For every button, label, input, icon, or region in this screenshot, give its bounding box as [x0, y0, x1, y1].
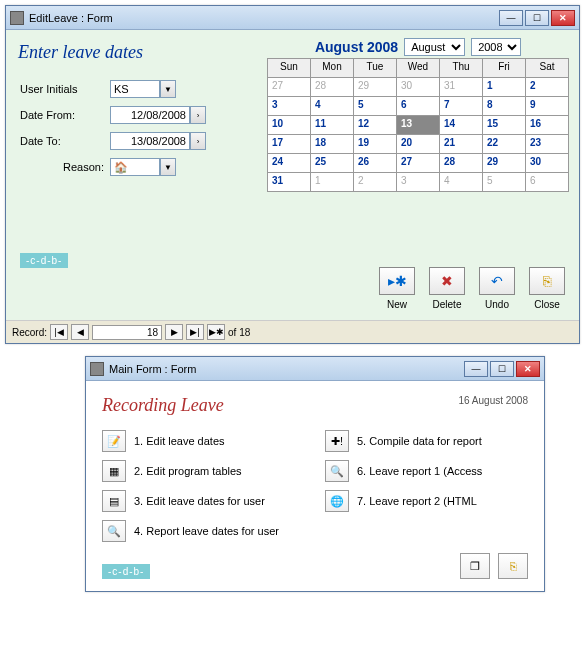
- year-select[interactable]: 2008: [471, 38, 521, 56]
- calendar-grid: SunMonTueWedThuFriSat 272829303112345678…: [267, 58, 569, 192]
- minimize-button[interactable]: —: [499, 10, 523, 26]
- maximize-button[interactable]: ☐: [490, 361, 514, 377]
- label-date-to: Date To:: [20, 135, 110, 147]
- date-from-picker[interactable]: ›: [190, 106, 206, 124]
- record-of-label: of 18: [228, 327, 250, 338]
- form-icon: [10, 11, 24, 25]
- calendar-day[interactable]: 31: [268, 173, 311, 192]
- calendar-day[interactable]: 3: [397, 173, 440, 192]
- close-form-button[interactable]: ⎘: [529, 267, 565, 295]
- date-to-input[interactable]: [110, 132, 190, 150]
- calendar-day[interactable]: 30: [526, 154, 569, 173]
- record-prev-button[interactable]: ◀: [71, 324, 89, 340]
- record-first-button[interactable]: |◀: [50, 324, 68, 340]
- calendar-day[interactable]: 9: [526, 97, 569, 116]
- calendar-day[interactable]: 20: [397, 135, 440, 154]
- calendar-day[interactable]: 5: [483, 173, 526, 192]
- calendar-day[interactable]: 27: [268, 78, 311, 97]
- menu-item-button[interactable]: 🌐: [325, 490, 349, 512]
- calendar-day[interactable]: 23: [526, 135, 569, 154]
- titlebar[interactable]: EditLeave : Form — ☐ ✕: [6, 6, 579, 30]
- menu-item-button[interactable]: 📝: [102, 430, 126, 452]
- calendar-day[interactable]: 4: [440, 173, 483, 192]
- calendar-day[interactable]: 28: [440, 154, 483, 173]
- undo-button[interactable]: ↶: [479, 267, 515, 295]
- delete-button[interactable]: ✖: [429, 267, 465, 295]
- calendar-day-header: Sat: [526, 59, 569, 78]
- menu-item: ▤3. Edit leave dates for user: [102, 490, 305, 512]
- form-icon: [90, 362, 104, 376]
- calendar-day-header: Wed: [397, 59, 440, 78]
- close-form-button[interactable]: ⎘: [498, 553, 528, 579]
- calendar-day[interactable]: 13: [397, 116, 440, 135]
- calendar-day[interactable]: 4: [311, 97, 354, 116]
- calendar: August 2008 August 2008 SunMonTueWedThuF…: [267, 38, 569, 192]
- calendar-day[interactable]: 25: [311, 154, 354, 173]
- calendar-day[interactable]: 12: [354, 116, 397, 135]
- calendar-day-header: Thu: [440, 59, 483, 78]
- record-next-button[interactable]: ▶: [165, 324, 183, 340]
- calendar-day[interactable]: 6: [526, 173, 569, 192]
- copy-button[interactable]: ❐: [460, 553, 490, 579]
- calendar-day[interactable]: 15: [483, 116, 526, 135]
- calendar-day[interactable]: 14: [440, 116, 483, 135]
- menu-item-label: 5. Compile data for report: [357, 435, 482, 447]
- calendar-day[interactable]: 26: [354, 154, 397, 173]
- menu-item-button[interactable]: 🔍: [325, 460, 349, 482]
- calendar-day[interactable]: 29: [483, 154, 526, 173]
- menu-item-button[interactable]: 🔍: [102, 520, 126, 542]
- record-number-input[interactable]: [92, 325, 162, 340]
- calendar-day[interactable]: 27: [397, 154, 440, 173]
- menu-item-label: 6. Leave report 1 (Access: [357, 465, 482, 477]
- menu-item-button[interactable]: ▦: [102, 460, 126, 482]
- calendar-day[interactable]: 22: [483, 135, 526, 154]
- maximize-button[interactable]: ☐: [525, 10, 549, 26]
- close-button[interactable]: ✕: [551, 10, 575, 26]
- calendar-day[interactable]: 31: [440, 78, 483, 97]
- calendar-day[interactable]: 1: [483, 78, 526, 97]
- record-last-button[interactable]: ▶|: [186, 324, 204, 340]
- minimize-button[interactable]: —: [464, 361, 488, 377]
- date-from-input[interactable]: [110, 106, 190, 124]
- calendar-day[interactable]: 24: [268, 154, 311, 173]
- undo-label: Undo: [485, 299, 509, 310]
- calendar-day-header: Sun: [268, 59, 311, 78]
- calendar-day[interactable]: 19: [354, 135, 397, 154]
- menu-item-button[interactable]: ✚!: [325, 430, 349, 452]
- reason-dropdown[interactable]: ▼: [160, 158, 176, 176]
- calendar-day[interactable]: 5: [354, 97, 397, 116]
- titlebar[interactable]: Main Form : Form — ☐ ✕: [86, 357, 544, 381]
- calendar-day[interactable]: 8: [483, 97, 526, 116]
- menu-item-label: 2. Edit program tables: [134, 465, 242, 477]
- calendar-day[interactable]: 2: [354, 173, 397, 192]
- calendar-day[interactable]: 1: [311, 173, 354, 192]
- input-panel: User Initials ▼ Date From: › Date To: › …: [20, 80, 260, 184]
- calendar-day[interactable]: 3: [268, 97, 311, 116]
- calendar-day-header: Fri: [483, 59, 526, 78]
- menu-item-label: 3. Edit leave dates for user: [134, 495, 265, 507]
- close-button[interactable]: ✕: [516, 361, 540, 377]
- record-new-button[interactable]: ▶✱: [207, 324, 225, 340]
- menu-item-button[interactable]: ▤: [102, 490, 126, 512]
- month-select[interactable]: August: [404, 38, 465, 56]
- calendar-day[interactable]: 7: [440, 97, 483, 116]
- user-initials-input[interactable]: [110, 80, 160, 98]
- calendar-day[interactable]: 29: [354, 78, 397, 97]
- new-button[interactable]: ▸✱: [379, 267, 415, 295]
- calendar-day[interactable]: 18: [311, 135, 354, 154]
- calendar-day[interactable]: 21: [440, 135, 483, 154]
- calendar-day[interactable]: 11: [311, 116, 354, 135]
- calendar-day[interactable]: 6: [397, 97, 440, 116]
- reason-input[interactable]: [110, 158, 160, 176]
- menu-item: ✚!5. Compile data for report: [325, 430, 528, 452]
- user-initials-dropdown[interactable]: ▼: [160, 80, 176, 98]
- menu-item: 🔍6. Leave report 1 (Access: [325, 460, 528, 482]
- date-to-picker[interactable]: ›: [190, 132, 206, 150]
- calendar-day[interactable]: 10: [268, 116, 311, 135]
- calendar-day[interactable]: 30: [397, 78, 440, 97]
- calendar-day[interactable]: 28: [311, 78, 354, 97]
- calendar-day[interactable]: 17: [268, 135, 311, 154]
- calendar-day[interactable]: 16: [526, 116, 569, 135]
- menu-item-label: 4. Report leave dates for user: [134, 525, 279, 537]
- calendar-day[interactable]: 2: [526, 78, 569, 97]
